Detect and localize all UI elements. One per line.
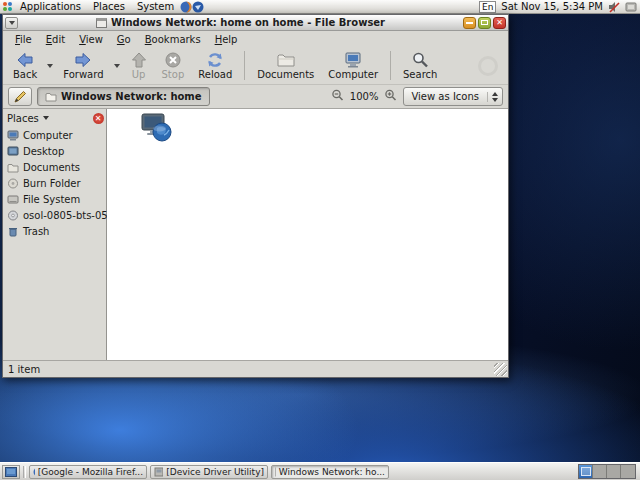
menu-system[interactable]: System [131, 0, 180, 13]
chevron-down-icon [9, 21, 15, 25]
menu-places[interactable]: Places [87, 0, 131, 13]
sidebar-item-file-system[interactable]: File System [3, 191, 108, 207]
computer-button[interactable]: Computer [322, 48, 384, 83]
sidebar-item-burn-folder[interactable]: Burn Folder [3, 175, 108, 191]
search-button[interactable]: Search [397, 48, 443, 83]
zoom-out-button[interactable] [331, 87, 344, 106]
sidebar-item-desktop[interactable]: Desktop [3, 143, 108, 159]
forward-history-dropdown[interactable] [112, 48, 122, 83]
window-title: Windows Network: home on home - File Bro… [111, 17, 385, 28]
volume-muted-icon[interactable] [608, 1, 620, 13]
toolbar-separator [390, 51, 391, 80]
toolbar-separator [244, 51, 245, 80]
show-desktop-button[interactable] [2, 465, 20, 479]
window-menu-button[interactable] [5, 17, 18, 29]
application-icon [154, 467, 163, 477]
folder-icon [276, 51, 296, 69]
chevron-down-icon [114, 64, 120, 68]
desktop-icon [5, 467, 17, 477]
distribution-logo-icon[interactable] [3, 2, 14, 11]
window-icon [275, 467, 276, 477]
menu-applications[interactable]: Applications [14, 0, 87, 13]
view-mode-select[interactable]: View as Icons [403, 87, 503, 106]
status-bar: 1 item [3, 360, 508, 377]
minimize-button[interactable] [463, 17, 476, 29]
computer-icon [7, 130, 19, 141]
menu-view[interactable]: View [73, 33, 109, 46]
maximize-button[interactable] [478, 17, 491, 29]
sidebar-pane-selector[interactable]: Places [7, 113, 49, 124]
menu-bookmarks[interactable]: Bookmarks [139, 33, 207, 46]
sidebar-item-documents[interactable]: Documents [3, 159, 108, 175]
resize-grip[interactable] [494, 363, 507, 376]
throbber-icon [478, 56, 498, 76]
burn-disc-icon [7, 178, 19, 189]
workspace-4[interactable] [621, 465, 635, 478]
search-icon [411, 51, 429, 69]
up-button[interactable]: Up [124, 48, 154, 83]
thunderbird-launcher-icon[interactable] [192, 1, 204, 13]
stop-icon [164, 51, 182, 69]
clock[interactable]: Sat Nov 15, 5:34 PM [501, 1, 603, 12]
firefox-icon [33, 467, 35, 477]
optical-disc-icon [7, 210, 19, 221]
file-browser-window: Windows Network: home on home - File Bro… [2, 14, 509, 378]
spinner-arrows-icon [487, 92, 498, 102]
menu-edit[interactable]: Edit [40, 33, 71, 46]
computer-icon [343, 51, 363, 69]
taskbar-button-device-driver[interactable]: [Device Driver Utility] [150, 465, 268, 479]
network-computer-icon [140, 113, 172, 143]
workspace-switcher [578, 464, 636, 479]
menu-help[interactable]: Help [209, 33, 244, 46]
taskbar-button-firefox[interactable]: [Google - Mozilla Firef... [29, 465, 147, 479]
chevron-down-icon [47, 64, 53, 68]
titlebar[interactable]: Windows Network: home on home - File Bro… [3, 15, 508, 31]
back-button[interactable]: Back [7, 48, 43, 83]
firefox-launcher-icon[interactable] [180, 1, 192, 13]
back-arrow-icon [15, 51, 35, 69]
places-sidebar: Places ✕ Computer Desktop Documents [3, 109, 107, 360]
folder-icon [7, 162, 19, 173]
documents-button[interactable]: Documents [251, 48, 320, 83]
sidebar-item-trash[interactable]: Trash [3, 223, 108, 239]
zoom-out-icon [331, 89, 344, 102]
drive-icon [7, 194, 19, 205]
keyboard-layout-indicator[interactable]: En [479, 1, 496, 13]
pencil-icon [13, 90, 27, 104]
zoom-level: 100% [350, 91, 379, 102]
stop-button[interactable]: Stop [156, 48, 191, 83]
forward-arrow-icon [73, 51, 93, 69]
back-history-dropdown[interactable] [45, 48, 55, 83]
zoom-in-icon [384, 89, 397, 102]
taskbar-handle[interactable] [23, 466, 26, 478]
workspace-1[interactable] [579, 465, 593, 478]
path-button[interactable]: Windows Network: home [37, 87, 210, 106]
forward-button[interactable]: Forward [57, 48, 109, 83]
menu-file[interactable]: File [9, 33, 38, 46]
reload-icon [206, 51, 224, 69]
file-list-view[interactable] [107, 109, 508, 360]
chevron-down-icon [43, 116, 49, 120]
menu-go[interactable]: Go [111, 33, 137, 46]
network-share-item[interactable] [138, 113, 174, 143]
display-settings-icon[interactable] [625, 1, 637, 13]
workspace-3[interactable] [607, 465, 621, 478]
sidebar-close-icon[interactable]: ✕ [93, 113, 104, 124]
menubar: File Edit View Go Bookmarks Help [3, 31, 508, 47]
close-button[interactable]: ✕ [493, 17, 506, 29]
sidebar-item-computer[interactable]: Computer [3, 127, 108, 143]
trash-icon [7, 226, 19, 237]
desktop-icon [7, 146, 19, 157]
location-bar: Windows Network: home 100% View as Icons [3, 85, 508, 109]
zoom-in-button[interactable] [384, 87, 397, 106]
window-icon [96, 18, 107, 28]
edit-location-button[interactable] [8, 87, 32, 106]
sidebar-item-osol-disc[interactable]: osol-0805-bts-05 [3, 207, 108, 223]
top-panel: Applications Places System En Sat Nov 15… [0, 0, 640, 14]
bottom-taskbar: [Google - Mozilla Firef... [Device Drive… [0, 462, 640, 480]
toolbar: Back Forward Up Stop Reload [3, 47, 508, 85]
taskbar-button-file-browser[interactable]: Windows Network: ho... [271, 465, 389, 479]
reload-button[interactable]: Reload [192, 48, 238, 83]
folder-icon [45, 91, 57, 102]
workspace-2[interactable] [593, 465, 607, 478]
